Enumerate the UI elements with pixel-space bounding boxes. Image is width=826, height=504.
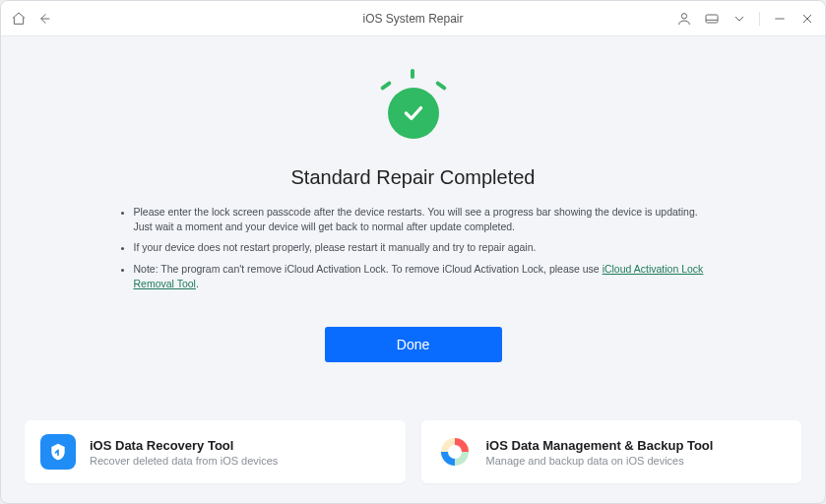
note-item: Please enter the lock screen passcode af…: [134, 205, 709, 234]
note-text: Note: The program can't remove iCloud Ac…: [134, 263, 603, 275]
home-icon[interactable]: [11, 11, 27, 27]
note-item: Note: The program can't remove iCloud Ac…: [134, 262, 709, 291]
separator: [759, 12, 760, 26]
svg-point-2: [448, 445, 462, 459]
note-item: If your device does not restart properly…: [134, 240, 709, 255]
management-icon: [437, 434, 473, 470]
titlebar: iOS System Repair: [1, 1, 825, 36]
promo-cards: iOS Data Recovery Tool Recover deleted d…: [1, 407, 825, 503]
note-text: .: [196, 278, 199, 289]
content-area: Standard Repair Completed Please enter t…: [1, 36, 825, 503]
success-icon: [374, 74, 453, 153]
svg-rect-1: [706, 15, 718, 23]
svg-point-0: [681, 13, 686, 18]
done-button[interactable]: Done: [325, 327, 502, 362]
page-title: Standard Repair Completed: [291, 166, 536, 189]
data-management-card[interactable]: iOS Data Management & Backup Tool Manage…: [421, 420, 802, 483]
chevron-down-icon[interactable]: [731, 11, 747, 27]
card-subtitle: Manage and backup data on iOS devices: [486, 455, 714, 467]
card-title: iOS Data Recovery Tool: [90, 438, 278, 453]
notes-list: Please enter the lock screen passcode af…: [118, 205, 709, 297]
minimize-icon[interactable]: [772, 11, 788, 27]
card-subtitle: Recover deleted data from iOS devices: [90, 455, 278, 467]
user-icon[interactable]: [676, 11, 692, 27]
card-title: iOS Data Management & Backup Tool: [486, 438, 714, 453]
app-window: iOS System Repair: [0, 0, 826, 504]
feedback-icon[interactable]: [704, 11, 720, 27]
recovery-icon: [40, 434, 76, 470]
back-icon[interactable]: [36, 11, 52, 27]
close-icon[interactable]: [799, 11, 815, 27]
data-recovery-card[interactable]: iOS Data Recovery Tool Recover deleted d…: [25, 420, 406, 483]
